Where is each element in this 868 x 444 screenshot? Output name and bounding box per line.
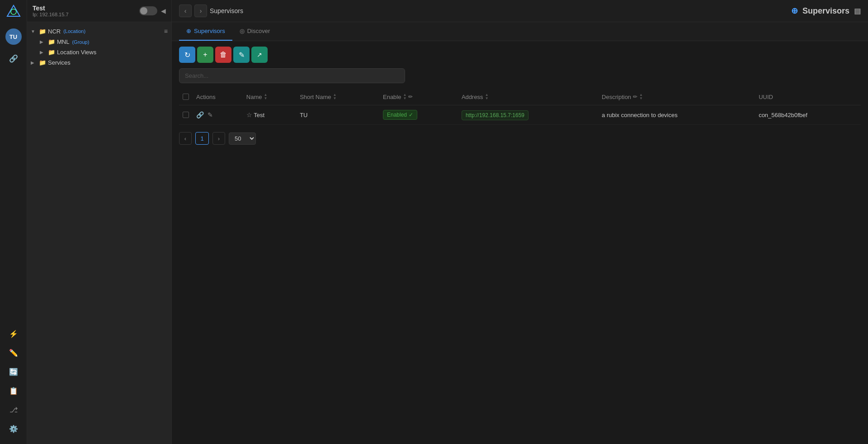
refresh-icon[interactable]: 🔄 [5,364,22,380]
col-checkbox [179,89,193,105]
tabs-bar: ⊕ Supervisors ◎ Discover [172,22,868,41]
sidebar-item-mnl[interactable]: ▶ 📁 MNL (Group) [27,37,171,47]
hamburger-icon[interactable]: ≡ [164,28,168,35]
row-address[interactable]: http://192.168.15.7:1659 [462,110,528,120]
breadcrumb-right: ⊕ Supervisors ▤ [791,6,861,16]
icon-bar: TU 🔗 ⚡ ✏️ 🔄 📋 ⎇ ⚙️ [0,0,27,444]
label-mnl: MNL [57,38,69,45]
sidebar-item-location-views[interactable]: ▶ 📁 Location Views [27,47,171,57]
select-all-checkbox[interactable] [183,94,189,100]
row-uuid: con_568b42b0fbef [759,112,807,118]
refresh-button[interactable]: ↻ [179,47,195,63]
supervisors-table: Actions Name ▲▼ Short Name ▲▼ [179,89,861,125]
page-size-select[interactable]: 10 25 50 100 [229,132,256,145]
sidebar-header: Test Ip: 192.168.15.7 ◀ [27,0,171,22]
nav-back-btn[interactable]: ‹ [179,5,192,17]
settings-icon[interactable]: ⚙️ [5,420,22,437]
row-star-icon[interactable]: ☆ [246,111,252,118]
search-bar [172,68,868,89]
svg-point-1 [11,9,16,14]
row-edit-icon[interactable]: ✎ [208,111,213,118]
col-enable-label: Enable [383,94,401,100]
col-name-label: Name [246,94,262,100]
delete-button[interactable]: 🗑 [215,47,231,63]
col-address[interactable]: Address ▲▼ [458,89,598,105]
pen-icon[interactable]: ✏️ [5,345,22,361]
col-name-sort[interactable]: ▲▼ [264,93,268,100]
tag-ncr: (Location) [63,28,85,34]
sidebar-title: Test [33,5,69,12]
chevron-ncr: ▼ [31,29,37,34]
next-page-btn[interactable]: › [212,132,225,145]
label-ncr: NCR [48,28,61,35]
toolbar: ↻ + 🗑 ✎ ↗ [172,41,868,68]
folder-icon-location-views: 📁 [48,49,55,56]
tab-supervisors[interactable]: ⊕ Supervisors [179,22,232,41]
row-address-cell: http://192.168.15.7:1659 [458,105,598,125]
add-button[interactable]: + [197,47,213,63]
tab-discover[interactable]: ◎ Discover [232,22,278,41]
sidebar-item-ncr[interactable]: ▼ 📁 NCR (Location) ≡ [27,26,171,37]
row-link-icon[interactable]: 🔗 [196,111,204,118]
avatar[interactable]: TU [5,28,22,45]
target-icon: ⊕ [791,6,798,16]
search-input[interactable] [179,68,405,83]
col-enable-filter[interactable]: ✏ [408,94,413,100]
row-short-name-cell: TU [296,105,379,125]
col-description-filter[interactable]: ✏ [633,94,637,100]
layout-icon: ▤ [854,7,861,15]
prev-page-btn[interactable]: ‹ [179,132,192,145]
tag-mnl: (Group) [72,39,89,45]
pagination: ‹ 1 › 10 25 50 100 [172,125,868,152]
col-enable[interactable]: Enable ▲▼ ✏ [379,89,458,105]
col-description[interactable]: Description ✏ ▲▼ [598,89,755,105]
col-description-sort[interactable]: ▲▼ [639,93,643,100]
table-container: Actions Name ▲▼ Short Name ▲▼ [172,89,868,125]
branch-icon[interactable]: ⎇ [5,401,22,418]
edit-button[interactable]: ✎ [233,47,250,63]
sidebar-item-services[interactable]: ▶ 📁 Services [27,57,171,68]
toggle-switch[interactable] [139,6,157,15]
tab-supervisors-label: Supervisors [194,28,225,34]
breadcrumb-text: Supervisors [210,7,243,14]
breadcrumb-left: ‹ › Supervisors [179,5,243,17]
sidebar-tree: ▼ 📁 NCR (Location) ≡ ▶ 📁 MNL (Group) ▶ 📁… [27,22,171,444]
col-short-name-label: Short Name [300,94,331,100]
lightning-icon[interactable]: ⚡ [5,326,22,342]
row-checkbox-cell [179,105,193,125]
col-actions: Actions [193,89,243,105]
sidebar-collapse-btn[interactable]: ◀ [161,7,166,14]
table-row: 🔗 ✎ ☆ Test TU En [179,105,861,125]
label-location-views: Location Views [57,49,96,56]
col-short-name[interactable]: Short Name ▲▼ [296,89,379,105]
row-description: a rubix connection to devices [602,112,678,118]
export-button[interactable]: ↗ [251,47,268,63]
col-enable-sort[interactable]: ▲▼ [403,93,406,100]
notebook-icon[interactable]: 📋 [5,383,22,399]
tab-discover-label: Discover [247,28,270,34]
row-short-name: TU [300,112,307,118]
app-logo[interactable] [5,4,22,21]
enabled-label: Enabled [387,112,407,118]
sidebar-ip: Ip: 192.168.15.7 [33,12,69,17]
row-enable-cell: Enabled ✓ [379,105,458,125]
row-checkbox[interactable] [183,112,189,118]
row-actions: 🔗 ✎ [196,111,239,118]
sidebar: Test Ip: 192.168.15.7 ◀ ▼ 📁 NCR (Locatio… [27,0,172,444]
chevron-services: ▶ [31,60,37,65]
chevron-mnl: ▶ [40,39,46,44]
col-address-sort[interactable]: ▲▼ [485,93,489,100]
page-title: Supervisors [802,6,849,16]
folder-icon-services: 📁 [39,59,46,66]
row-actions-cell: 🔗 ✎ [193,105,243,125]
col-short-name-sort[interactable]: ▲▼ [333,93,337,100]
row-name-cell: ☆ Test [243,105,296,125]
current-page[interactable]: 1 [195,132,209,145]
label-services: Services [48,59,71,66]
col-uuid: UUID [755,89,861,105]
link-icon[interactable]: 🔗 [5,50,22,66]
check-icon: ✓ [409,112,413,118]
col-name[interactable]: Name ▲▼ [243,89,296,105]
nav-forward-btn[interactable]: › [194,5,207,17]
main-content: ‹ › Supervisors ⊕ Supervisors ▤ ⊕ Superv… [172,0,868,444]
